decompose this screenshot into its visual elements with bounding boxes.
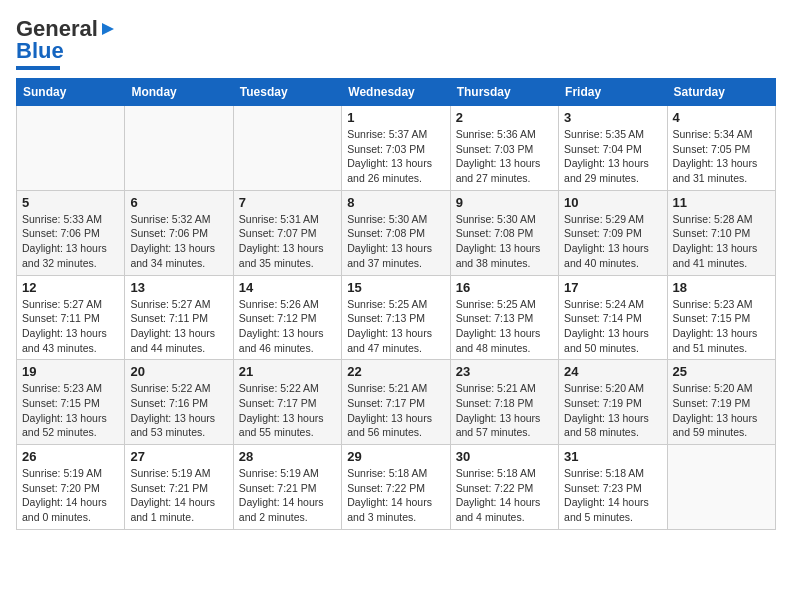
day-info: Sunrise: 5:27 AMSunset: 7:11 PMDaylight:… [130, 297, 227, 356]
day-number: 18 [673, 280, 770, 295]
day-number: 1 [347, 110, 444, 125]
day-info: Sunrise: 5:34 AMSunset: 7:05 PMDaylight:… [673, 127, 770, 186]
calendar-cell: 21Sunrise: 5:22 AMSunset: 7:17 PMDayligh… [233, 360, 341, 445]
calendar-cell [125, 106, 233, 191]
day-number: 3 [564, 110, 661, 125]
day-info: Sunrise: 5:24 AMSunset: 7:14 PMDaylight:… [564, 297, 661, 356]
logo-underline [16, 66, 60, 70]
day-info: Sunrise: 5:18 AMSunset: 7:23 PMDaylight:… [564, 466, 661, 525]
logo: General Blue [16, 16, 118, 70]
calendar-cell: 25Sunrise: 5:20 AMSunset: 7:19 PMDayligh… [667, 360, 775, 445]
day-number: 14 [239, 280, 336, 295]
calendar-cell: 19Sunrise: 5:23 AMSunset: 7:15 PMDayligh… [17, 360, 125, 445]
day-number: 9 [456, 195, 553, 210]
calendar-header-monday: Monday [125, 79, 233, 106]
day-info: Sunrise: 5:27 AMSunset: 7:11 PMDaylight:… [22, 297, 119, 356]
day-number: 8 [347, 195, 444, 210]
calendar-cell: 2Sunrise: 5:36 AMSunset: 7:03 PMDaylight… [450, 106, 558, 191]
calendar-cell: 17Sunrise: 5:24 AMSunset: 7:14 PMDayligh… [559, 275, 667, 360]
day-number: 15 [347, 280, 444, 295]
day-number: 6 [130, 195, 227, 210]
calendar-cell: 4Sunrise: 5:34 AMSunset: 7:05 PMDaylight… [667, 106, 775, 191]
day-number: 27 [130, 449, 227, 464]
calendar-cell: 18Sunrise: 5:23 AMSunset: 7:15 PMDayligh… [667, 275, 775, 360]
day-number: 24 [564, 364, 661, 379]
calendar-cell: 1Sunrise: 5:37 AMSunset: 7:03 PMDaylight… [342, 106, 450, 191]
day-info: Sunrise: 5:18 AMSunset: 7:22 PMDaylight:… [347, 466, 444, 525]
day-info: Sunrise: 5:19 AMSunset: 7:20 PMDaylight:… [22, 466, 119, 525]
day-number: 2 [456, 110, 553, 125]
day-info: Sunrise: 5:35 AMSunset: 7:04 PMDaylight:… [564, 127, 661, 186]
day-info: Sunrise: 5:32 AMSunset: 7:06 PMDaylight:… [130, 212, 227, 271]
day-info: Sunrise: 5:19 AMSunset: 7:21 PMDaylight:… [239, 466, 336, 525]
calendar-cell: 15Sunrise: 5:25 AMSunset: 7:13 PMDayligh… [342, 275, 450, 360]
day-info: Sunrise: 5:25 AMSunset: 7:13 PMDaylight:… [347, 297, 444, 356]
day-number: 23 [456, 364, 553, 379]
calendar-cell: 12Sunrise: 5:27 AMSunset: 7:11 PMDayligh… [17, 275, 125, 360]
day-number: 16 [456, 280, 553, 295]
calendar-cell: 14Sunrise: 5:26 AMSunset: 7:12 PMDayligh… [233, 275, 341, 360]
day-number: 31 [564, 449, 661, 464]
calendar-cell: 22Sunrise: 5:21 AMSunset: 7:17 PMDayligh… [342, 360, 450, 445]
day-number: 17 [564, 280, 661, 295]
day-number: 22 [347, 364, 444, 379]
day-number: 10 [564, 195, 661, 210]
calendar-header-wednesday: Wednesday [342, 79, 450, 106]
calendar-week-row: 5Sunrise: 5:33 AMSunset: 7:06 PMDaylight… [17, 190, 776, 275]
day-info: Sunrise: 5:21 AMSunset: 7:17 PMDaylight:… [347, 381, 444, 440]
calendar-cell: 24Sunrise: 5:20 AMSunset: 7:19 PMDayligh… [559, 360, 667, 445]
calendar-header-row: SundayMondayTuesdayWednesdayThursdayFrid… [17, 79, 776, 106]
day-number: 19 [22, 364, 119, 379]
calendar-cell: 28Sunrise: 5:19 AMSunset: 7:21 PMDayligh… [233, 445, 341, 530]
day-info: Sunrise: 5:20 AMSunset: 7:19 PMDaylight:… [673, 381, 770, 440]
day-info: Sunrise: 5:23 AMSunset: 7:15 PMDaylight:… [673, 297, 770, 356]
calendar-cell [667, 445, 775, 530]
calendar-cell: 7Sunrise: 5:31 AMSunset: 7:07 PMDaylight… [233, 190, 341, 275]
day-number: 26 [22, 449, 119, 464]
day-info: Sunrise: 5:37 AMSunset: 7:03 PMDaylight:… [347, 127, 444, 186]
calendar-week-row: 1Sunrise: 5:37 AMSunset: 7:03 PMDaylight… [17, 106, 776, 191]
calendar-week-row: 19Sunrise: 5:23 AMSunset: 7:15 PMDayligh… [17, 360, 776, 445]
day-number: 13 [130, 280, 227, 295]
day-info: Sunrise: 5:19 AMSunset: 7:21 PMDaylight:… [130, 466, 227, 525]
calendar-cell: 20Sunrise: 5:22 AMSunset: 7:16 PMDayligh… [125, 360, 233, 445]
calendar-cell: 9Sunrise: 5:30 AMSunset: 7:08 PMDaylight… [450, 190, 558, 275]
day-number: 11 [673, 195, 770, 210]
day-info: Sunrise: 5:28 AMSunset: 7:10 PMDaylight:… [673, 212, 770, 271]
day-number: 30 [456, 449, 553, 464]
day-info: Sunrise: 5:22 AMSunset: 7:17 PMDaylight:… [239, 381, 336, 440]
calendar-header-saturday: Saturday [667, 79, 775, 106]
calendar-header-tuesday: Tuesday [233, 79, 341, 106]
page-header: General Blue [16, 16, 776, 70]
calendar-cell: 11Sunrise: 5:28 AMSunset: 7:10 PMDayligh… [667, 190, 775, 275]
day-number: 20 [130, 364, 227, 379]
day-info: Sunrise: 5:26 AMSunset: 7:12 PMDaylight:… [239, 297, 336, 356]
day-info: Sunrise: 5:31 AMSunset: 7:07 PMDaylight:… [239, 212, 336, 271]
day-info: Sunrise: 5:25 AMSunset: 7:13 PMDaylight:… [456, 297, 553, 356]
day-number: 7 [239, 195, 336, 210]
day-number: 28 [239, 449, 336, 464]
calendar-table: SundayMondayTuesdayWednesdayThursdayFrid… [16, 78, 776, 530]
day-info: Sunrise: 5:29 AMSunset: 7:09 PMDaylight:… [564, 212, 661, 271]
calendar-cell: 10Sunrise: 5:29 AMSunset: 7:09 PMDayligh… [559, 190, 667, 275]
calendar-week-row: 12Sunrise: 5:27 AMSunset: 7:11 PMDayligh… [17, 275, 776, 360]
calendar-cell: 29Sunrise: 5:18 AMSunset: 7:22 PMDayligh… [342, 445, 450, 530]
calendar-cell: 13Sunrise: 5:27 AMSunset: 7:11 PMDayligh… [125, 275, 233, 360]
day-number: 25 [673, 364, 770, 379]
calendar-cell: 27Sunrise: 5:19 AMSunset: 7:21 PMDayligh… [125, 445, 233, 530]
calendar-cell: 8Sunrise: 5:30 AMSunset: 7:08 PMDaylight… [342, 190, 450, 275]
day-info: Sunrise: 5:20 AMSunset: 7:19 PMDaylight:… [564, 381, 661, 440]
day-info: Sunrise: 5:21 AMSunset: 7:18 PMDaylight:… [456, 381, 553, 440]
calendar-cell [233, 106, 341, 191]
day-info: Sunrise: 5:22 AMSunset: 7:16 PMDaylight:… [130, 381, 227, 440]
calendar-cell: 26Sunrise: 5:19 AMSunset: 7:20 PMDayligh… [17, 445, 125, 530]
calendar-cell: 30Sunrise: 5:18 AMSunset: 7:22 PMDayligh… [450, 445, 558, 530]
day-info: Sunrise: 5:30 AMSunset: 7:08 PMDaylight:… [456, 212, 553, 271]
day-info: Sunrise: 5:36 AMSunset: 7:03 PMDaylight:… [456, 127, 553, 186]
day-number: 4 [673, 110, 770, 125]
calendar-cell [17, 106, 125, 191]
calendar-header-thursday: Thursday [450, 79, 558, 106]
day-info: Sunrise: 5:30 AMSunset: 7:08 PMDaylight:… [347, 212, 444, 271]
day-info: Sunrise: 5:23 AMSunset: 7:15 PMDaylight:… [22, 381, 119, 440]
calendar-header-friday: Friday [559, 79, 667, 106]
